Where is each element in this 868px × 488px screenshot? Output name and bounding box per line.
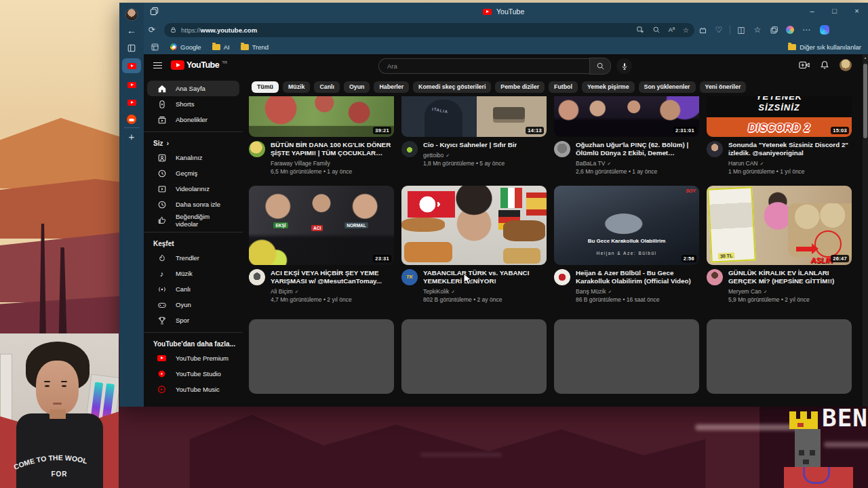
address-bar[interactable]: https://www.youtube.com Aª ☆ bbox=[164, 23, 694, 37]
video-card[interactable]: SOY Bu Gece Karakolluk Olabilirim Heijan… bbox=[554, 186, 699, 303]
sidebar-item-live[interactable]: Canlı bbox=[147, 281, 239, 297]
sidebar-section-you[interactable]: Siz › bbox=[144, 136, 243, 150]
voice-search-button[interactable] bbox=[616, 58, 632, 74]
bookmark-folder-ai[interactable]: AI bbox=[212, 43, 230, 51]
bookmark-google[interactable]: Google bbox=[170, 43, 201, 51]
scroll-up-arrow[interactable]: ▲ bbox=[863, 56, 868, 60]
video-thumbnail[interactable]: 30 TL ASLIN 26:47 bbox=[707, 186, 852, 265]
chip-muzik[interactable]: Müzik bbox=[283, 81, 310, 93]
search-input-box[interactable] bbox=[378, 58, 589, 74]
video-title[interactable]: BÜTÜN BİR DANA 100 KG'LIK DÖNER ŞİŞTE YA… bbox=[271, 141, 394, 157]
back-button[interactable]: ← bbox=[127, 25, 136, 36]
shield-icon[interactable] bbox=[694, 26, 711, 35]
refresh-button[interactable]: ⟳ bbox=[144, 25, 160, 35]
channel-avatar[interactable] bbox=[249, 141, 265, 157]
channel-avatar[interactable] bbox=[554, 269, 570, 285]
sidebar-item-music[interactable]: ♪ Müzik bbox=[147, 266, 239, 281]
video-card[interactable]: 2:31:01 Oğuzhan Uğur'la P!NÇ (62. Bölüm)… bbox=[554, 96, 699, 175]
extensions-colored-icon[interactable] bbox=[786, 26, 794, 34]
grid-add-icon[interactable] bbox=[636, 26, 644, 34]
chip-pembe-diziler[interactable]: Pembe diziler bbox=[495, 81, 545, 93]
channel-name[interactable]: Faraway Village Family bbox=[271, 160, 394, 167]
video-thumbnail[interactable]: ITALIA 14:13 bbox=[401, 96, 547, 137]
pinned-tab-youtube[interactable] bbox=[122, 77, 141, 92]
sidebar-item-youtube-music[interactable]: YouTube Music bbox=[147, 382, 239, 397]
sidebar-item-your-channel[interactable]: Kanalınız bbox=[147, 150, 239, 165]
account-avatar[interactable] bbox=[840, 59, 852, 71]
sidebar-item-liked-videos[interactable]: Beğendiğim videolar bbox=[147, 212, 239, 228]
scrollbar-thumb[interactable] bbox=[863, 64, 867, 138]
channel-name[interactable]: Meryem Can✓ bbox=[728, 288, 852, 295]
bookmark-folder-trend[interactable]: Trend bbox=[241, 43, 269, 51]
youtube-logo[interactable]: YouTube TR bbox=[171, 60, 227, 70]
channel-name[interactable]: Harun CAN✓ bbox=[728, 160, 852, 167]
video-card[interactable]: EKŞİ ACI NORMAL 23:31 ACI EKŞİ VEYA HİÇB… bbox=[249, 186, 394, 303]
favorite-star-icon[interactable]: ☆ bbox=[683, 26, 689, 34]
video-thumbnail[interactable]: 39:21 bbox=[249, 96, 394, 137]
video-card[interactable]: TK YABANCILAR TÜRK vs. YABANCI YEMEKLERİ… bbox=[401, 186, 547, 303]
search-button[interactable] bbox=[589, 58, 611, 75]
pinned-tab-reddit[interactable] bbox=[122, 112, 141, 127]
sidebar-item-trending[interactable]: Trendler bbox=[147, 250, 239, 266]
video-thumbnail[interactable]: 2:31:01 bbox=[554, 96, 699, 137]
channel-name[interactable]: TepkiKolik✓ bbox=[423, 288, 547, 295]
channel-avatar[interactable]: TK bbox=[401, 269, 418, 285]
channel-avatar[interactable] bbox=[401, 141, 418, 157]
new-tab-button[interactable]: + bbox=[129, 131, 135, 142]
channel-name[interactable]: BaBaLa TV✓ bbox=[576, 160, 699, 167]
chip-canli[interactable]: Canlı bbox=[314, 81, 340, 93]
video-thumbnail[interactable]: YETENEK SİZSİNİZ DISCORD 2 15:03 bbox=[707, 96, 852, 137]
browser-tools-icon[interactable] bbox=[766, 26, 782, 35]
browser-profile-avatar[interactable] bbox=[125, 8, 138, 21]
create-video-icon[interactable] bbox=[799, 60, 810, 70]
video-title[interactable]: GÜNLÜK KİRALIK EV İLANLARI GERÇEK Mİ? (H… bbox=[728, 269, 852, 285]
channel-avatar[interactable] bbox=[249, 269, 265, 285]
chip-komedi[interactable]: Komedi skeç gösterileri bbox=[413, 81, 491, 93]
maximize-button[interactable]: □ bbox=[823, 3, 846, 20]
sidebar-item-watch-later[interactable]: Daha sonra izle bbox=[147, 197, 239, 212]
channel-name[interactable]: Barış Müzik✓ bbox=[576, 288, 699, 295]
chip-haberler[interactable]: Haberler bbox=[374, 81, 409, 93]
video-title[interactable]: YABANCILAR TÜRK vs. YABANCI YEMEKLERİ DE… bbox=[423, 269, 547, 285]
sidebar-item-home[interactable]: Ana Sayfa bbox=[147, 81, 239, 96]
video-thumbnail[interactable] bbox=[401, 186, 547, 265]
video-card[interactable]: 30 TL ASLIN 26:47 GÜNLÜK KİRALIK EV İLAN… bbox=[707, 186, 852, 303]
search-in-page-icon[interactable] bbox=[652, 26, 660, 34]
other-favorites[interactable]: Diğer sık kullanılanlar bbox=[788, 43, 861, 51]
minimize-button[interactable]: – bbox=[801, 3, 823, 20]
video-card[interactable]: 39:21 BÜTÜN BİR DANA 100 KG'LIK DÖNER Şİ… bbox=[249, 96, 394, 175]
collections-icon[interactable]: ☆ bbox=[749, 25, 766, 35]
search-input[interactable] bbox=[386, 62, 583, 70]
video-title[interactable]: Sonunda "Yetenek Sizsiniz Discord 2" izl… bbox=[728, 141, 852, 157]
sidebar-item-history[interactable]: Geçmiş bbox=[147, 165, 239, 181]
chip-son-yuklenenler[interactable]: Son yüklenenler bbox=[639, 81, 696, 93]
video-thumbnail[interactable]: SOY Bu Gece Karakolluk Olabilirim Heijan… bbox=[554, 186, 699, 265]
pinned-tab-youtube[interactable] bbox=[122, 95, 141, 110]
vertical-tabs-icon[interactable] bbox=[127, 43, 136, 53]
copilot-icon[interactable] bbox=[820, 25, 829, 35]
chip-tumu[interactable]: Tümü bbox=[252, 81, 279, 93]
page-scrollbar[interactable]: ▲ bbox=[863, 54, 868, 407]
sidebar-item-sports[interactable]: Spor bbox=[147, 312, 239, 328]
browser-tab[interactable]: YouTube bbox=[483, 3, 524, 20]
workspaces-icon[interactable] bbox=[149, 6, 159, 16]
video-title[interactable]: Heijan & Azer Bülbül - Bu Gece Karakollu… bbox=[576, 269, 699, 285]
sidebar-item-your-videos[interactable]: Videolarınız bbox=[147, 181, 239, 197]
sidebar-item-subscriptions[interactable]: Abonelikler bbox=[147, 112, 239, 127]
tab-actions-icon[interactable] bbox=[151, 43, 159, 52]
guide-menu-icon[interactable] bbox=[153, 62, 162, 68]
pinned-tab-youtube-active[interactable] bbox=[122, 58, 141, 73]
video-title[interactable]: ACI EKŞİ VEYA HİÇBİR ŞEY YEME YARIŞMASI … bbox=[271, 269, 394, 285]
close-button[interactable]: × bbox=[846, 3, 868, 20]
read-aloud-icon[interactable]: Aª bbox=[669, 26, 675, 33]
sidebar-item-youtube-premium[interactable]: YouTube Premium bbox=[147, 350, 239, 366]
channel-avatar[interactable] bbox=[707, 141, 723, 157]
chip-futbol[interactable]: Futbol bbox=[549, 81, 578, 93]
settings-more-icon[interactable]: ⋯ bbox=[798, 25, 814, 35]
video-thumbnail[interactable]: EKŞİ ACI NORMAL 23:31 bbox=[249, 186, 394, 265]
split-screen-icon[interactable]: ◫ bbox=[733, 25, 749, 35]
browser-essentials-icon[interactable]: ♡ bbox=[711, 25, 727, 35]
sidebar-item-shorts[interactable]: Shorts bbox=[147, 96, 239, 112]
channel-avatar[interactable] bbox=[554, 141, 570, 157]
sidebar-item-youtube-studio[interactable]: YouTube Studio bbox=[147, 366, 239, 382]
